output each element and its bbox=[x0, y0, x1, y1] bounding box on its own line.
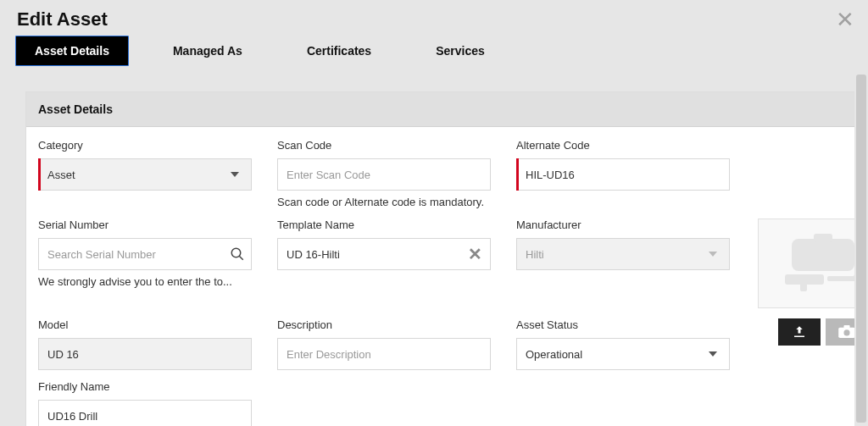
alt-code-input[interactable] bbox=[516, 158, 730, 191]
edit-asset-dialog: Edit Asset ✕ Asset Details Managed As Ce… bbox=[0, 0, 868, 426]
template-input[interactable] bbox=[277, 238, 491, 270]
svg-rect-2 bbox=[792, 239, 854, 271]
svg-rect-3 bbox=[814, 234, 832, 242]
description-input[interactable] bbox=[277, 338, 491, 370]
svg-rect-5 bbox=[800, 281, 807, 291]
dialog-header: Edit Asset ✕ bbox=[0, 0, 868, 36]
model-input[interactable] bbox=[38, 338, 252, 370]
friendly-label: Friendly Name bbox=[38, 380, 252, 393]
serial-label: Serial Number bbox=[38, 219, 252, 231]
scan-code-hint: Scan code or Alternate code is mandatory… bbox=[277, 196, 491, 208]
tab-certificates[interactable]: Certificates bbox=[287, 36, 392, 66]
chevron-down-icon bbox=[709, 351, 717, 357]
svg-rect-10 bbox=[843, 325, 849, 329]
tab-managed-as[interactable]: Managed As bbox=[153, 36, 263, 66]
tab-asset-details[interactable]: Asset Details bbox=[15, 36, 129, 66]
dialog-title: Edit Asset bbox=[17, 8, 108, 30]
manufacturer-select[interactable]: Hilti bbox=[516, 238, 730, 270]
category-select[interactable]: Asset bbox=[38, 158, 252, 191]
status-label: Asset Status bbox=[516, 318, 730, 331]
tab-services[interactable]: Services bbox=[415, 36, 505, 66]
manufacturer-label: Manufacturer bbox=[516, 219, 730, 231]
asset-image-placeholder bbox=[758, 219, 869, 308]
clear-icon[interactable]: ✕ bbox=[468, 244, 482, 264]
alt-code-label: Alternate Code bbox=[516, 139, 730, 152]
svg-point-0 bbox=[231, 248, 241, 257]
search-icon[interactable] bbox=[230, 246, 245, 262]
status-select[interactable]: Operational bbox=[516, 338, 730, 370]
category-value: Asset bbox=[47, 169, 75, 181]
serial-hint: We strongly advise you to enter the to..… bbox=[38, 275, 252, 288]
svg-point-9 bbox=[843, 329, 849, 335]
scrollbar-thumb[interactable] bbox=[856, 75, 866, 423]
scan-code-input[interactable] bbox=[277, 158, 491, 191]
serial-input[interactable] bbox=[38, 238, 252, 270]
scan-code-label: Scan Code bbox=[277, 139, 491, 152]
chevron-down-icon bbox=[709, 252, 717, 257]
upload-image-button[interactable] bbox=[778, 318, 821, 346]
vertical-scrollbar[interactable] bbox=[854, 0, 868, 426]
chevron-down-icon bbox=[231, 172, 239, 177]
close-icon[interactable]: ✕ bbox=[836, 8, 854, 30]
category-label: Category bbox=[38, 139, 252, 152]
asset-details-panel: Asset Details Category Asset bbox=[25, 91, 868, 426]
tab-bar: Asset Details Managed As Certificates Se… bbox=[0, 36, 868, 66]
manufacturer-value: Hilti bbox=[526, 248, 544, 261]
template-label: Template Name bbox=[277, 219, 491, 231]
status-value: Operational bbox=[526, 348, 582, 361]
svg-line-1 bbox=[239, 256, 243, 260]
description-label: Description bbox=[277, 318, 491, 331]
friendly-input[interactable] bbox=[38, 400, 252, 426]
panel-title: Asset Details bbox=[26, 92, 868, 127]
model-label: Model bbox=[38, 318, 252, 331]
